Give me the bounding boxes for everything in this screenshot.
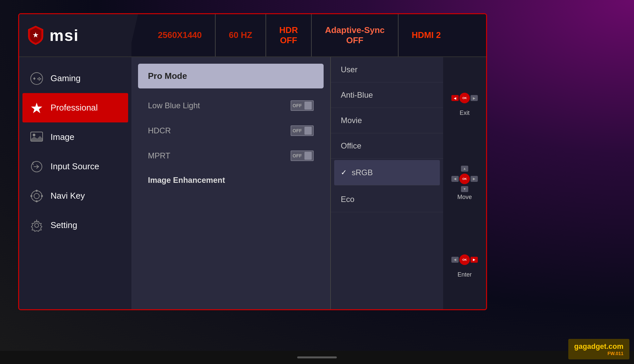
sidebar-item-gaming-label: Gaming bbox=[51, 73, 81, 83]
right-item-user[interactable]: User bbox=[331, 57, 443, 83]
image-enhancement-row[interactable]: Image Enhancement bbox=[138, 170, 324, 191]
move-left-arrow: ◀ bbox=[451, 176, 459, 182]
sidebar-item-input-source-label: Input Source bbox=[51, 161, 99, 172]
settings-icon bbox=[29, 218, 44, 233]
svg-point-4 bbox=[39, 77, 40, 79]
right-item-movie[interactable]: Movie bbox=[331, 108, 443, 133]
hdcr-label: HDCR bbox=[148, 126, 171, 135]
exit-dpad[interactable]: ◀ OK ▶ bbox=[451, 88, 478, 108]
svg-point-6 bbox=[39, 79, 40, 81]
svg-marker-8 bbox=[31, 103, 42, 113]
refresh-stat: 60 HZ bbox=[216, 14, 266, 56]
low-blue-light-toggle[interactable] bbox=[291, 100, 314, 111]
mprt-toggle[interactable] bbox=[291, 150, 314, 161]
sidebar-item-navi-key-label: Navi Key bbox=[51, 191, 85, 201]
svg-point-13 bbox=[34, 193, 39, 199]
enter-left-arrow: ◀ bbox=[451, 257, 459, 263]
right-item-user-label: User bbox=[341, 65, 358, 74]
refresh-value: 60 HZ bbox=[229, 30, 252, 40]
right-item-eco-label: Eco bbox=[341, 195, 354, 204]
move-up-arrow: ▲ bbox=[461, 166, 468, 172]
right-item-srgb[interactable]: ✓ sRGB bbox=[334, 160, 440, 185]
msi-shield-icon: ★ bbox=[26, 25, 46, 45]
watermark: gagadget.com FW.011 bbox=[568, 339, 629, 359]
resolution-stat: 2560X1440 bbox=[145, 14, 216, 56]
svg-text:★: ★ bbox=[33, 32, 39, 39]
move-down-arrow: ▼ bbox=[461, 186, 468, 192]
svg-point-10 bbox=[33, 134, 35, 136]
bottom-taskbar bbox=[0, 351, 634, 364]
exit-left-arrow: ◀ bbox=[451, 95, 459, 101]
move-right-arrow: ▶ bbox=[471, 176, 478, 182]
move-ok-center: OK bbox=[459, 174, 470, 184]
star-icon bbox=[29, 100, 44, 115]
input-stat: HDMI 2 bbox=[399, 14, 454, 56]
sidebar-item-gaming[interactable]: Gaming bbox=[19, 64, 131, 93]
right-item-anti-blue-label: Anti-Blue bbox=[341, 90, 373, 100]
nav-controls: ◀ OK ▶ Exit ▲ ▼ bbox=[443, 57, 486, 309]
logo-area: ★ msi bbox=[19, 14, 131, 56]
hdcr-toggle[interactable] bbox=[291, 125, 314, 136]
svg-point-14 bbox=[36, 190, 38, 192]
right-panel: User Anti-Blue Movie Office ✓ sRGB Eco bbox=[331, 57, 443, 309]
exit-label: Exit bbox=[460, 110, 470, 116]
enter-right-arrow: ▶ bbox=[471, 257, 478, 263]
svg-rect-3 bbox=[34, 77, 35, 80]
brand-name: msi bbox=[50, 26, 79, 45]
adaptive-sync-value: Adaptive-Sync OFF bbox=[325, 25, 385, 46]
svg-point-5 bbox=[37, 78, 39, 80]
move-dpad[interactable]: ▲ ▼ ◀ ▶ OK bbox=[451, 166, 478, 192]
svg-point-15 bbox=[36, 200, 38, 202]
right-item-anti-blue[interactable]: Anti-Blue bbox=[331, 83, 443, 108]
header-bar: ★ msi 2560X1440 60 HZ HDR OFF Adaptive-S… bbox=[19, 14, 486, 57]
mprt-label: MPRT bbox=[148, 151, 170, 160]
right-item-office-label: Office bbox=[341, 141, 361, 150]
osd-monitor-menu: ★ msi 2560X1440 60 HZ HDR OFF Adaptive-S… bbox=[18, 13, 487, 310]
header-stats: 2560X1440 60 HZ HDR OFF Adaptive-Sync OF… bbox=[131, 14, 486, 56]
hdr-stat: HDR OFF bbox=[266, 14, 312, 56]
sidebar-item-image-label: Image bbox=[51, 132, 74, 142]
watermark-fw: FW.011 bbox=[574, 351, 623, 356]
sidebar-item-professional[interactable]: Professional bbox=[22, 93, 128, 122]
sidebar-item-setting[interactable]: Setting bbox=[19, 211, 131, 240]
right-item-eco[interactable]: Eco bbox=[331, 187, 443, 212]
pro-mode-button[interactable]: Pro Mode bbox=[138, 64, 324, 88]
enter-label: Enter bbox=[457, 271, 472, 278]
taskbar-pill bbox=[297, 356, 337, 358]
exit-nav-group: ◀ OK ▶ Exit bbox=[451, 88, 478, 116]
svg-point-16 bbox=[30, 195, 32, 197]
mprt-row[interactable]: MPRT bbox=[138, 145, 324, 167]
enter-nav-group: ◀ OK ▶ Enter bbox=[451, 250, 478, 278]
hdcr-row[interactable]: HDCR bbox=[138, 119, 324, 142]
input-source-icon bbox=[29, 159, 44, 174]
enter-dpad[interactable]: ◀ OK ▶ bbox=[451, 250, 478, 270]
sidebar-item-setting-label: Setting bbox=[51, 220, 77, 230]
input-value: HDMI 2 bbox=[412, 30, 441, 40]
middle-panel: Pro Mode Low Blue Light HDCR MPRT Image … bbox=[131, 57, 331, 309]
resolution-value: 2560X1440 bbox=[158, 30, 202, 40]
low-blue-light-row[interactable]: Low Blue Light bbox=[138, 94, 324, 117]
svg-point-18 bbox=[35, 223, 39, 227]
svg-point-7 bbox=[40, 78, 41, 80]
low-blue-light-label: Low Blue Light bbox=[148, 101, 200, 110]
sidebar-item-navi-key[interactable]: Navi Key bbox=[19, 181, 131, 211]
navi-key-icon bbox=[29, 188, 44, 203]
image-icon bbox=[29, 130, 44, 145]
exit-right-arrow: ▶ bbox=[471, 95, 478, 101]
right-item-office[interactable]: Office bbox=[331, 133, 443, 159]
gamepad-icon bbox=[29, 71, 44, 86]
main-content: Gaming Professional Im bbox=[19, 57, 486, 309]
adaptive-sync-stat: Adaptive-Sync OFF bbox=[312, 14, 399, 56]
right-item-srgb-label: sRGB bbox=[352, 168, 373, 177]
sidebar: Gaming Professional Im bbox=[19, 57, 131, 309]
move-label: Move bbox=[457, 194, 472, 201]
sidebar-item-input-source[interactable]: Input Source bbox=[19, 152, 131, 181]
exit-ok-center: OK bbox=[459, 93, 470, 103]
sidebar-item-professional-label: Professional bbox=[51, 103, 98, 113]
watermark-site: gagadget.com bbox=[574, 342, 623, 350]
checkmark-icon: ✓ bbox=[341, 168, 347, 177]
image-enhancement-label: Image Enhancement bbox=[148, 176, 225, 184]
pro-mode-label: Pro Mode bbox=[148, 71, 187, 81]
sidebar-item-image[interactable]: Image bbox=[19, 122, 131, 152]
right-item-movie-label: Movie bbox=[341, 116, 362, 125]
